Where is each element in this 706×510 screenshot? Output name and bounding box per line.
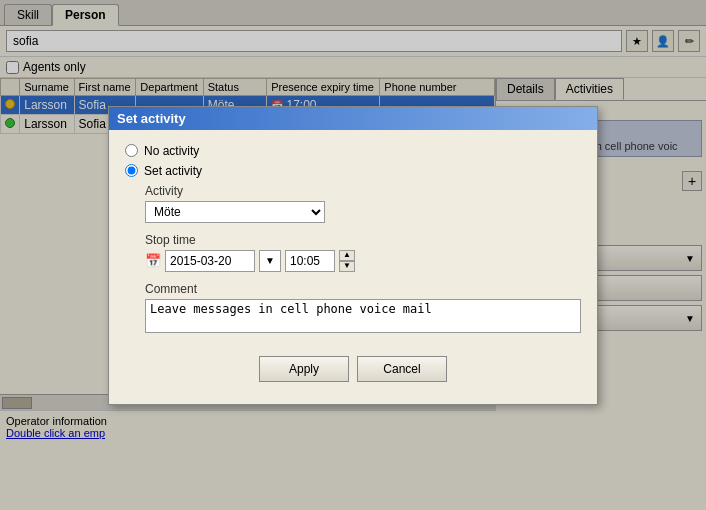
calendar-icon: 📅 <box>145 253 161 268</box>
cancel-button[interactable]: Cancel <box>357 356 447 382</box>
activity-label: Activity <box>145 184 581 198</box>
dialog-buttons: Apply Cancel <box>125 346 581 390</box>
no-activity-label[interactable]: No activity <box>144 144 199 158</box>
comment-textarea[interactable]: Leave messages in cell phone voice mail <box>145 299 581 333</box>
comment-label: Comment <box>145 282 581 296</box>
dialog-title-text: Set activity <box>117 111 186 126</box>
stop-time-label: Stop time <box>145 233 581 247</box>
date-input[interactable] <box>165 250 255 272</box>
apply-button[interactable]: Apply <box>259 356 349 382</box>
modal-overlay: Set activity No activity Set activity Ac… <box>0 0 706 510</box>
no-activity-radio[interactable] <box>125 144 138 157</box>
time-input[interactable] <box>285 250 335 272</box>
time-spinner: ▲ ▼ <box>339 250 355 272</box>
dialog-body: No activity Set activity Activity Möte T… <box>109 130 597 404</box>
spin-down-btn[interactable]: ▼ <box>339 261 355 272</box>
comment-field-row: Comment Leave messages in cell phone voi… <box>145 282 581 336</box>
dialog-title-bar: Set activity <box>109 107 597 130</box>
set-activity-radio[interactable] <box>125 164 138 177</box>
activity-select[interactable]: Möte Tillgänglig Borta Lunchledigt <box>145 201 325 223</box>
activity-field-row: Activity Möte Tillgänglig Borta Lunchled… <box>145 184 581 223</box>
spin-up-btn[interactable]: ▲ <box>339 250 355 261</box>
no-activity-row: No activity <box>125 144 581 158</box>
date-dropdown-btn[interactable]: ▼ <box>259 250 281 272</box>
set-activity-row: Set activity <box>125 164 581 178</box>
main-window: Skill Person ★ 👤 ✏ Agents only Surname F… <box>0 0 706 510</box>
set-activity-label[interactable]: Set activity <box>144 164 202 178</box>
stop-time-field-row: Stop time 📅 ▼ ▲ ▼ <box>145 233 581 272</box>
set-activity-dialog: Set activity No activity Set activity Ac… <box>108 106 598 405</box>
stop-time-row: 📅 ▼ ▲ ▼ <box>145 250 581 272</box>
